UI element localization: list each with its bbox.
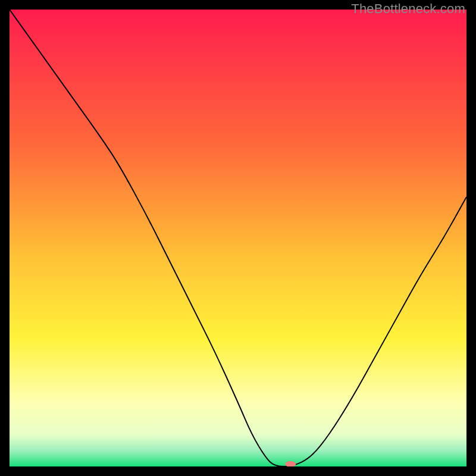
chart-plot-area xyxy=(10,10,466,466)
watermark-label: TheBottleneck.com xyxy=(351,1,465,17)
gradient-background xyxy=(10,10,466,466)
chart-frame: TheBottleneck.com xyxy=(0,0,476,476)
bottleneck-chart xyxy=(10,10,466,466)
